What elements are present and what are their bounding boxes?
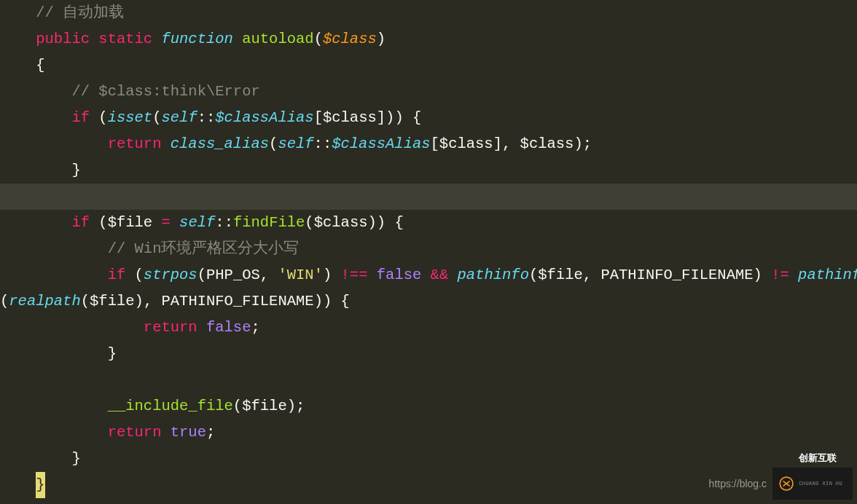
watermark-brand-sub: CHUANG XIN HU LIAN [799, 470, 847, 504]
fn-realpath: realpath [9, 288, 80, 315]
string-win: 'WIN' [278, 262, 323, 288]
comment: // 自动加载 [36, 0, 124, 26]
code-line[interactable]: __include_file($file); [0, 393, 857, 420]
fn-strpos: strpos [144, 262, 197, 288]
brace-open: { [36, 52, 44, 79]
comment: // Win环境严格区分大小写 [108, 236, 300, 262]
code-line[interactable]: // Win环境严格区分大小写 [0, 236, 857, 262]
function-name: autoload [242, 26, 313, 52]
code-line[interactable]: return class_alias(self::$classAlias[$cl… [0, 131, 857, 157]
comment: // $class:think\Error [71, 79, 259, 105]
const-true: true [171, 420, 206, 446]
prop-classalias: $classAlias [215, 105, 313, 131]
code-line[interactable]: if ($file = self::findFile($class)) { [0, 210, 857, 236]
keyword-public: public [36, 26, 90, 52]
code-editor[interactable]: // 自动加载 public static function autoload(… [0, 0, 857, 504]
code-line[interactable]: } [0, 157, 857, 184]
keyword-self: self [161, 105, 197, 131]
keyword-static: static [98, 26, 152, 52]
var-file: $file [108, 210, 153, 236]
watermark: https://blog.c 创新互联 CHUANG XIN HU LIAN [709, 468, 853, 500]
code-line[interactable]: return false; [0, 315, 857, 341]
code-line[interactable]: if (strpos(PHP_OS, 'WIN') !== false && p… [0, 262, 857, 288]
fn-findfile: findFile [233, 210, 305, 236]
watermark-url: https://blog.c [709, 470, 767, 497]
logo-icon [778, 473, 794, 494]
var-class: $class [323, 105, 377, 131]
code-line[interactable]: public static function autoload($class) [0, 26, 857, 52]
param-class: $class [323, 26, 377, 52]
const-php-os: PHP_OS [206, 262, 260, 288]
keyword-return: return [108, 131, 162, 157]
current-line[interactable] [0, 184, 857, 210]
fn-class-alias: class_alias [171, 131, 269, 157]
code-line[interactable]: if (isset(self::$classAlias[$class])) { [0, 105, 857, 131]
keyword-function: function [161, 26, 232, 52]
matching-brace: } [36, 472, 44, 498]
code-line[interactable]: { [0, 52, 857, 79]
code-line[interactable]: return true; [0, 420, 857, 446]
const-false: false [206, 315, 251, 341]
watermark-brand: 创新互联 [799, 452, 837, 463]
paren-close: ) [377, 26, 386, 52]
const-pathinfo-filename: PATHINFO_FILENAME [600, 262, 753, 288]
code-line[interactable]: // 自动加载 [0, 0, 857, 26]
watermark-badge: 创新互联 CHUANG XIN HU LIAN [772, 468, 853, 500]
code-line[interactable]: } [0, 341, 857, 367]
paren-open: ( [314, 26, 323, 52]
code-line[interactable] [0, 367, 857, 393]
keyword-if: if [71, 105, 90, 131]
code-line[interactable]: (realpath($file), PATHINFO_FILENAME)) { [0, 288, 857, 315]
fn-include-file: __include_file [108, 393, 233, 420]
code-line[interactable]: // $class:think\Error [0, 79, 857, 105]
fn-isset: isset [108, 105, 153, 131]
fn-pathinfo: pathinfo [458, 262, 529, 288]
